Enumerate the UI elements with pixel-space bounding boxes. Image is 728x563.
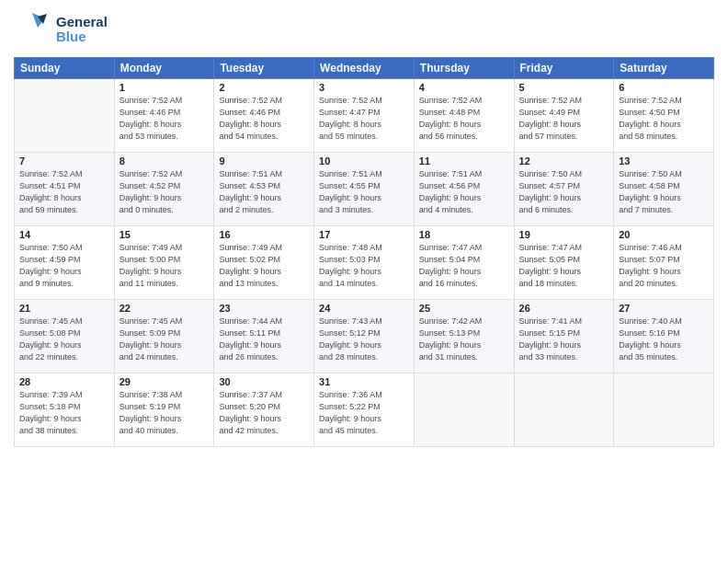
day-info: Sunrise: 7:51 AM Sunset: 4:55 PM Dayligh… [319, 168, 409, 216]
day-cell: 23Sunrise: 7:44 AM Sunset: 5:11 PM Dayli… [214, 300, 314, 373]
day-number: 30 [219, 376, 309, 387]
day-number: 11 [419, 155, 509, 167]
week-row-3: 14Sunrise: 7:50 AM Sunset: 4:59 PM Dayli… [15, 226, 714, 300]
day-cell: 8Sunrise: 7:52 AM Sunset: 4:52 PM Daylig… [114, 153, 214, 226]
day-info: Sunrise: 7:52 AM Sunset: 4:49 PM Dayligh… [519, 95, 609, 143]
day-number: 1 [119, 82, 210, 93]
day-cell: 17Sunrise: 7:48 AM Sunset: 5:03 PM Dayli… [314, 226, 415, 300]
day-cell: 13Sunrise: 7:50 AM Sunset: 4:58 PM Dayli… [614, 153, 714, 226]
day-cell: 2Sunrise: 7:52 AM Sunset: 4:46 PM Daylig… [214, 79, 314, 153]
logo-general: General [56, 15, 108, 30]
day-cell: 24Sunrise: 7:43 AM Sunset: 5:12 PM Dayli… [314, 300, 415, 373]
day-number: 5 [519, 82, 609, 93]
calendar-page: GeneralBlue SundayMondayTuesdayWednesday… [0, 0, 728, 563]
logo-svg [14, 9, 54, 50]
calendar-table: SundayMondayTuesdayWednesdayThursdayFrid… [14, 57, 714, 447]
day-number: 21 [19, 303, 109, 314]
day-cell: 14Sunrise: 7:50 AM Sunset: 4:59 PM Dayli… [15, 226, 115, 300]
day-info: Sunrise: 7:52 AM Sunset: 4:47 PM Dayligh… [319, 95, 409, 143]
day-cell: 16Sunrise: 7:49 AM Sunset: 5:02 PM Dayli… [214, 226, 314, 300]
day-number: 9 [219, 155, 309, 167]
day-number: 31 [319, 376, 409, 387]
day-cell: 3Sunrise: 7:52 AM Sunset: 4:47 PM Daylig… [314, 79, 415, 153]
day-cell: 1Sunrise: 7:52 AM Sunset: 4:46 PM Daylig… [114, 79, 214, 153]
day-info: Sunrise: 7:50 AM Sunset: 4:58 PM Dayligh… [619, 168, 709, 216]
day-info: Sunrise: 7:52 AM Sunset: 4:52 PM Dayligh… [119, 168, 210, 216]
weekday-header-sunday: Sunday [15, 58, 115, 79]
day-cell [614, 373, 714, 447]
day-number: 27 [619, 303, 709, 314]
day-number: 16 [219, 229, 309, 240]
day-number: 22 [119, 303, 210, 314]
day-cell: 10Sunrise: 7:51 AM Sunset: 4:55 PM Dayli… [314, 153, 415, 226]
day-number: 10 [319, 155, 409, 167]
day-number: 7 [19, 155, 109, 167]
weekday-header-thursday: Thursday [414, 58, 514, 79]
day-info: Sunrise: 7:52 AM Sunset: 4:50 PM Dayligh… [619, 95, 709, 143]
day-number: 14 [19, 229, 109, 240]
day-number: 8 [119, 155, 210, 167]
day-cell: 28Sunrise: 7:39 AM Sunset: 5:18 PM Dayli… [15, 373, 115, 447]
day-number: 19 [519, 229, 609, 240]
day-info: Sunrise: 7:50 AM Sunset: 4:57 PM Dayligh… [519, 168, 609, 216]
header: GeneralBlue [14, 9, 714, 50]
day-info: Sunrise: 7:43 AM Sunset: 5:12 PM Dayligh… [319, 316, 409, 363]
day-info: Sunrise: 7:37 AM Sunset: 5:20 PM Dayligh… [219, 389, 309, 437]
day-cell: 19Sunrise: 7:47 AM Sunset: 5:05 PM Dayli… [514, 226, 614, 300]
day-info: Sunrise: 7:44 AM Sunset: 5:11 PM Dayligh… [219, 316, 309, 363]
weekday-header-wednesday: Wednesday [314, 58, 415, 79]
day-cell: 27Sunrise: 7:40 AM Sunset: 5:16 PM Dayli… [614, 300, 714, 373]
day-info: Sunrise: 7:52 AM Sunset: 4:51 PM Dayligh… [19, 168, 109, 216]
day-number: 20 [619, 229, 709, 240]
week-row-5: 28Sunrise: 7:39 AM Sunset: 5:18 PM Dayli… [15, 373, 714, 447]
day-info: Sunrise: 7:45 AM Sunset: 5:09 PM Dayligh… [119, 316, 210, 363]
day-cell: 22Sunrise: 7:45 AM Sunset: 5:09 PM Dayli… [114, 300, 214, 373]
logo-blue: Blue [56, 29, 108, 45]
day-info: Sunrise: 7:49 AM Sunset: 5:02 PM Dayligh… [219, 242, 309, 290]
day-cell: 20Sunrise: 7:46 AM Sunset: 5:07 PM Dayli… [614, 226, 714, 300]
week-row-1: 1Sunrise: 7:52 AM Sunset: 4:46 PM Daylig… [15, 79, 714, 153]
day-number: 6 [619, 82, 709, 93]
day-number: 13 [619, 155, 709, 167]
day-cell: 11Sunrise: 7:51 AM Sunset: 4:56 PM Dayli… [414, 153, 514, 226]
day-number: 15 [119, 229, 210, 240]
day-cell: 9Sunrise: 7:51 AM Sunset: 4:53 PM Daylig… [214, 153, 314, 226]
day-info: Sunrise: 7:47 AM Sunset: 5:05 PM Dayligh… [519, 242, 609, 290]
day-cell: 30Sunrise: 7:37 AM Sunset: 5:20 PM Dayli… [214, 373, 314, 447]
day-info: Sunrise: 7:48 AM Sunset: 5:03 PM Dayligh… [319, 242, 409, 290]
day-info: Sunrise: 7:51 AM Sunset: 4:53 PM Dayligh… [219, 168, 309, 216]
day-cell: 21Sunrise: 7:45 AM Sunset: 5:08 PM Dayli… [15, 300, 115, 373]
week-row-2: 7Sunrise: 7:52 AM Sunset: 4:51 PM Daylig… [15, 153, 714, 226]
day-cell: 25Sunrise: 7:42 AM Sunset: 5:13 PM Dayli… [414, 300, 514, 373]
day-cell: 7Sunrise: 7:52 AM Sunset: 4:51 PM Daylig… [15, 153, 115, 226]
day-cell [414, 373, 514, 447]
day-info: Sunrise: 7:46 AM Sunset: 5:07 PM Dayligh… [619, 242, 709, 290]
day-number: 24 [319, 303, 409, 314]
day-number: 4 [419, 82, 509, 93]
day-cell: 29Sunrise: 7:38 AM Sunset: 5:19 PM Dayli… [114, 373, 214, 447]
day-cell: 12Sunrise: 7:50 AM Sunset: 4:57 PM Dayli… [514, 153, 614, 226]
week-row-4: 21Sunrise: 7:45 AM Sunset: 5:08 PM Dayli… [15, 300, 714, 373]
day-cell: 5Sunrise: 7:52 AM Sunset: 4:49 PM Daylig… [514, 79, 614, 153]
day-number: 3 [319, 82, 409, 93]
day-info: Sunrise: 7:47 AM Sunset: 5:04 PM Dayligh… [419, 242, 509, 290]
weekday-header-monday: Monday [114, 58, 214, 79]
day-number: 2 [219, 82, 309, 93]
day-info: Sunrise: 7:52 AM Sunset: 4:46 PM Dayligh… [119, 95, 210, 143]
day-number: 17 [319, 229, 409, 240]
day-cell: 31Sunrise: 7:36 AM Sunset: 5:22 PM Dayli… [314, 373, 415, 447]
day-number: 18 [419, 229, 509, 240]
day-info: Sunrise: 7:51 AM Sunset: 4:56 PM Dayligh… [419, 168, 509, 216]
day-number: 28 [19, 376, 109, 387]
day-info: Sunrise: 7:36 AM Sunset: 5:22 PM Dayligh… [319, 389, 409, 437]
day-cell: 6Sunrise: 7:52 AM Sunset: 4:50 PM Daylig… [614, 79, 714, 153]
day-info: Sunrise: 7:40 AM Sunset: 5:16 PM Dayligh… [619, 316, 709, 363]
day-cell: 4Sunrise: 7:52 AM Sunset: 4:48 PM Daylig… [414, 79, 514, 153]
day-cell [15, 79, 115, 153]
day-info: Sunrise: 7:52 AM Sunset: 4:48 PM Dayligh… [419, 95, 509, 143]
day-number: 29 [119, 376, 210, 387]
logo: GeneralBlue [14, 9, 108, 50]
day-info: Sunrise: 7:50 AM Sunset: 4:59 PM Dayligh… [19, 242, 109, 290]
day-info: Sunrise: 7:41 AM Sunset: 5:15 PM Dayligh… [519, 316, 609, 363]
day-info: Sunrise: 7:52 AM Sunset: 4:46 PM Dayligh… [219, 95, 309, 143]
